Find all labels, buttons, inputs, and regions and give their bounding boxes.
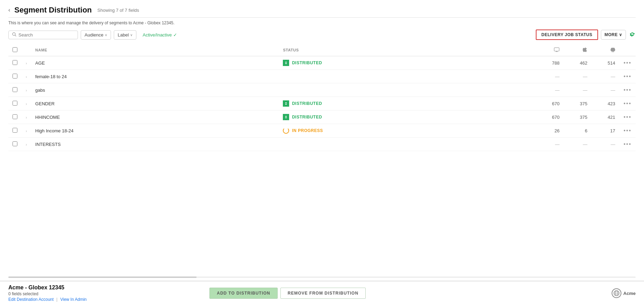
row-more-button[interactable]: ••• xyxy=(623,87,631,93)
row-checkbox[interactable] xyxy=(13,141,17,146)
table-row: ›gabs———••• xyxy=(8,83,636,97)
row-checkbox[interactable] xyxy=(13,128,17,133)
table-row: ›INTERESTS———••• xyxy=(8,138,636,151)
status-column-header: STATUS xyxy=(279,44,536,56)
android-count: — xyxy=(591,138,619,151)
page-title: Segment Distribution xyxy=(14,6,92,15)
apple-count: 462 xyxy=(564,56,591,70)
name-column-header: NAME xyxy=(31,44,279,56)
row-more-button[interactable]: ••• xyxy=(623,100,631,106)
monitor-count: 788 xyxy=(536,56,564,70)
monitor-count: 670 xyxy=(536,110,564,124)
account-name: Acme - Globex 12345 xyxy=(8,285,87,291)
distributed-icon xyxy=(283,60,289,66)
fields-selected-count: 0 fields selected xyxy=(8,291,87,296)
remove-from-distribution-button[interactable]: REMOVE FROM DISTRIBUTION xyxy=(280,288,366,299)
apple-count: 375 xyxy=(564,97,591,110)
edit-destination-account-link[interactable]: Edit Destination Account xyxy=(8,297,54,302)
row-status xyxy=(279,70,536,83)
row-status: IN PROGRESS xyxy=(279,124,536,138)
android-count: — xyxy=(591,83,619,97)
expand-arrow-icon[interactable]: › xyxy=(26,89,27,92)
monitor-count: 26 xyxy=(536,124,564,138)
row-more-button[interactable]: ••• xyxy=(623,73,631,79)
select-all-checkbox[interactable] xyxy=(13,47,17,52)
expand-arrow-icon[interactable]: › xyxy=(26,143,27,147)
apple-count: — xyxy=(564,138,591,151)
table-row: ›HHINCOMEDISTRIBUTED670375421••• xyxy=(8,110,636,124)
row-status: DISTRIBUTED xyxy=(279,56,536,70)
status-label: DISTRIBUTED xyxy=(292,101,322,106)
android-count: 423 xyxy=(591,97,619,110)
android-count: 514 xyxy=(591,56,619,70)
apple-column-header xyxy=(564,44,591,56)
row-name: gabs xyxy=(31,83,279,97)
status-label: DISTRIBUTED xyxy=(292,115,322,119)
table-row: ›AGEDISTRIBUTED788462514••• xyxy=(8,56,636,70)
android-count: — xyxy=(591,70,619,83)
active-inactive-check-icon: ✓ xyxy=(173,32,177,38)
apple-count: — xyxy=(564,83,591,97)
table-row: ›female-18 to 24———••• xyxy=(8,70,636,83)
horizontal-scrollbar[interactable] xyxy=(8,277,636,278)
row-checkbox[interactable] xyxy=(13,87,17,92)
row-name: GENDER xyxy=(31,97,279,110)
row-more-button[interactable]: ••• xyxy=(623,127,631,133)
search-input[interactable] xyxy=(18,32,74,38)
monitor-column-header xyxy=(536,44,564,56)
row-status: DISTRIBUTED xyxy=(279,97,536,110)
row-name: INTERESTS xyxy=(31,138,279,151)
acme-globe-icon xyxy=(612,288,621,298)
status-label: DISTRIBUTED xyxy=(292,60,322,65)
row-checkbox[interactable] xyxy=(13,60,17,65)
audience-filter-button[interactable]: Audience ∨ xyxy=(81,30,111,40)
monitor-count: — xyxy=(536,138,564,151)
expand-arrow-icon[interactable]: › xyxy=(26,102,27,106)
row-more-button[interactable]: ••• xyxy=(623,114,631,120)
row-name: HHINCOME xyxy=(31,110,279,124)
delivery-job-status-button[interactable]: DELIVERY JOB STATUS xyxy=(536,30,598,40)
expand-arrow-icon[interactable]: › xyxy=(26,75,27,79)
search-icon xyxy=(12,32,16,38)
svg-rect-2 xyxy=(554,48,559,51)
add-to-distribution-button[interactable]: ADD TO DISTRIBUTION xyxy=(209,288,277,299)
row-more-button[interactable]: ••• xyxy=(623,141,631,147)
label-filter-button[interactable]: Label ∨ xyxy=(114,30,136,40)
apple-count: — xyxy=(564,70,591,83)
settings-gear-button[interactable] xyxy=(629,31,636,39)
row-name: High Income 18-24 xyxy=(31,124,279,138)
audience-chevron-icon: ∨ xyxy=(105,33,107,37)
expand-arrow-icon[interactable]: › xyxy=(26,61,27,65)
expand-arrow-icon[interactable]: › xyxy=(26,116,27,119)
row-checkbox[interactable] xyxy=(13,114,17,119)
search-box xyxy=(8,31,78,39)
view-in-admin-link[interactable]: View In Admin xyxy=(60,297,87,302)
active-inactive-filter-button[interactable]: Active/Inactive ✓ xyxy=(139,31,181,39)
row-name: female-18 to 24 xyxy=(31,70,279,83)
distributed-icon xyxy=(283,100,289,107)
row-status: DISTRIBUTED xyxy=(279,110,536,124)
row-checkbox[interactable] xyxy=(13,74,17,79)
bottom-left-section: Acme - Globex 12345 0 fields selected Ed… xyxy=(8,285,87,302)
row-status xyxy=(279,138,536,151)
distributed-icon xyxy=(283,114,289,120)
android-count: 17 xyxy=(591,124,619,138)
expand-arrow-icon[interactable]: › xyxy=(26,129,27,133)
page-description: This is where you can see and manage the… xyxy=(8,20,636,25)
table-row: ›High Income 18-24IN PROGRESS26617••• xyxy=(8,124,636,138)
back-button[interactable]: ‹ xyxy=(8,7,10,13)
apple-count: 375 xyxy=(564,110,591,124)
monitor-count: 670 xyxy=(536,97,564,110)
inprogress-icon xyxy=(283,127,289,134)
row-more-button[interactable]: ••• xyxy=(623,60,631,66)
table-row: ›GENDERDISTRIBUTED670375423••• xyxy=(8,97,636,110)
row-name: AGE xyxy=(31,56,279,70)
acme-logo: Acme xyxy=(612,288,636,298)
android-count: 421 xyxy=(591,110,619,124)
row-checkbox[interactable] xyxy=(13,101,17,106)
svg-line-1 xyxy=(15,35,16,36)
more-button[interactable]: MORE ∨ xyxy=(601,30,626,40)
page-subtitle: Showing 7 of 7 fields xyxy=(97,8,139,13)
acme-label: Acme xyxy=(623,291,636,296)
more-chevron-icon: ∨ xyxy=(619,32,622,37)
